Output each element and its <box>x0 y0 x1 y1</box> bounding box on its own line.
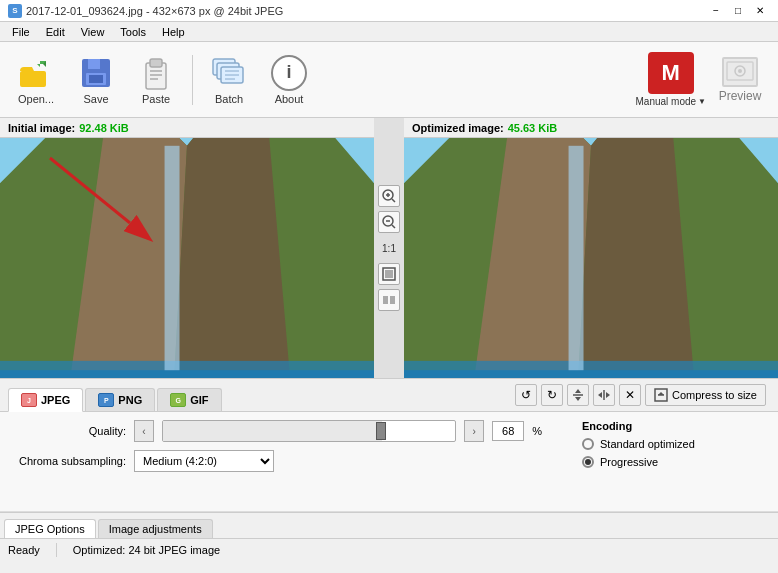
save-button[interactable]: Save <box>68 47 124 113</box>
about-label: About <box>275 93 304 105</box>
settings-left: Quality: ‹ › 68 % Chroma subsampling: No… <box>16 420 542 503</box>
svg-rect-4 <box>88 59 100 69</box>
svg-rect-42 <box>390 296 395 304</box>
initial-panel-label: Initial image: 92.48 KiB <box>0 118 374 138</box>
manual-mode-button[interactable]: M <box>648 52 694 94</box>
compress-to-size-button[interactable]: Compress to size <box>645 384 766 406</box>
tab-gif[interactable]: G GIF <box>157 388 221 411</box>
zoom-in-button[interactable] <box>378 185 400 207</box>
jpeg-options-label: JPEG Options <box>15 523 85 535</box>
encoding-title: Encoding <box>582 420 762 432</box>
save-icon <box>78 55 114 91</box>
menu-tools[interactable]: Tools <box>112 24 154 40</box>
open-icon <box>18 55 54 91</box>
title-bar: S 2017-12-01_093624.jpg - 432×673 px @ 2… <box>0 0 778 22</box>
initial-image-svg <box>0 138 374 378</box>
redo-button[interactable]: ↻ <box>541 384 563 406</box>
paste-label: Paste <box>142 93 170 105</box>
menu-edit[interactable]: Edit <box>38 24 73 40</box>
svg-rect-8 <box>150 59 162 67</box>
encoding-standard-radio[interactable] <box>582 438 594 450</box>
tab-jpeg-options[interactable]: JPEG Options <box>4 519 96 538</box>
quality-row: Quality: ‹ › 68 % <box>16 420 542 442</box>
minimize-button[interactable]: − <box>706 3 726 19</box>
status-bar: Ready Optimized: 24 bit JPEG image <box>0 538 778 560</box>
optimized-label: Optimized image: <box>412 122 504 134</box>
optimized-image-panel: Optimized image: 45.63 KiB <box>404 118 778 378</box>
action-toolbar: ↺ ↻ ✕ Compress to size <box>515 384 770 406</box>
svg-point-20 <box>738 69 742 73</box>
optimized-image-svg <box>404 138 778 378</box>
status-left: Ready <box>8 544 40 556</box>
quality-increase-button[interactable]: › <box>464 420 484 442</box>
chroma-select[interactable]: None (4:4:4) Low (4:1:1) Medium (4:2:0) … <box>134 450 274 472</box>
svg-marker-56 <box>598 392 602 398</box>
svg-rect-0 <box>20 71 46 87</box>
encoding-progressive-radio[interactable] <box>582 456 594 468</box>
tab-jpeg[interactable]: J JPEG <box>8 388 83 412</box>
preview-icon <box>722 57 758 87</box>
menu-file[interactable]: File <box>4 24 38 40</box>
window-title: 2017-12-01_093624.jpg - 432×673 px @ 24b… <box>26 5 283 17</box>
svg-marker-57 <box>606 392 610 398</box>
menu-view[interactable]: View <box>73 24 113 40</box>
svg-rect-31 <box>165 146 180 370</box>
about-button[interactable]: i About <box>261 47 317 113</box>
toolbar: Open... Save Paste <box>0 42 778 118</box>
quality-label: Quality: <box>16 425 126 437</box>
initial-image-panel: Initial image: 92.48 KiB <box>0 118 374 378</box>
options-tabs: JPEG Options Image adjustments <box>0 512 778 538</box>
quality-percent: % <box>532 425 542 437</box>
quality-value: 68 <box>492 421 524 441</box>
flip-h-button[interactable] <box>593 384 615 406</box>
quality-slider-thumb[interactable] <box>376 422 386 440</box>
gif-tab-label: GIF <box>190 394 208 406</box>
close-button[interactable]: ✕ <box>750 3 770 19</box>
format-tabs: J JPEG P PNG G GIF <box>8 379 224 411</box>
compress-btn-label: Compress to size <box>672 389 757 401</box>
initial-image-content <box>0 138 374 378</box>
open-button[interactable]: Open... <box>8 47 64 113</box>
settings-panel: Quality: ‹ › 68 % Chroma subsampling: No… <box>0 412 778 512</box>
quality-slider-fill <box>163 421 382 441</box>
batch-button[interactable]: Batch <box>201 47 257 113</box>
open-label: Open... <box>18 93 54 105</box>
encoding-standard-label: Standard optimized <box>600 438 695 450</box>
svg-rect-40 <box>385 270 393 278</box>
preview-button[interactable]: Preview <box>710 47 770 113</box>
undo-button[interactable]: ↺ <box>515 384 537 406</box>
app-icon: S <box>8 4 22 18</box>
sync-button[interactable] <box>378 289 400 311</box>
png-tab-label: PNG <box>118 394 142 406</box>
quality-slider-container <box>162 420 456 442</box>
menu-bar: File Edit View Tools Help <box>0 22 778 42</box>
maximize-button[interactable]: □ <box>728 3 748 19</box>
svg-marker-53 <box>575 389 581 393</box>
fit-button[interactable] <box>378 263 400 285</box>
manual-mode-label: Manual mode ▼ <box>635 96 706 107</box>
menu-help[interactable]: Help <box>154 24 193 40</box>
flip-v-button[interactable] <box>567 384 589 406</box>
svg-rect-41 <box>383 296 388 304</box>
paste-button[interactable]: Paste <box>128 47 184 113</box>
batch-label: Batch <box>215 93 243 105</box>
status-right: Optimized: 24 bit JPEG image <box>73 544 220 556</box>
settings-right: Encoding Standard optimized Progressive <box>582 420 762 503</box>
about-icon: i <box>271 55 307 91</box>
zoom-ratio-button[interactable]: 1:1 <box>378 237 400 259</box>
svg-rect-48 <box>404 361 778 378</box>
tab-png[interactable]: P PNG <box>85 388 155 411</box>
jpeg-tab-label: JPEG <box>41 394 70 406</box>
jpeg-tab-icon: J <box>21 393 37 407</box>
svg-rect-51 <box>569 146 584 370</box>
manual-mode-dropdown-arrow: ▼ <box>698 97 706 106</box>
quality-decrease-button[interactable]: ‹ <box>134 420 154 442</box>
cross-button[interactable]: ✕ <box>619 384 641 406</box>
image-adjustments-label: Image adjustments <box>109 523 202 535</box>
window-controls: − □ ✕ <box>706 3 770 19</box>
tab-image-adjustments[interactable]: Image adjustments <box>98 519 213 538</box>
chroma-row: Chroma subsampling: None (4:4:4) Low (4:… <box>16 450 542 472</box>
zoom-out-button[interactable] <box>378 211 400 233</box>
status-separator <box>56 543 57 557</box>
optimized-panel-label: Optimized image: 45.63 KiB <box>404 118 778 138</box>
